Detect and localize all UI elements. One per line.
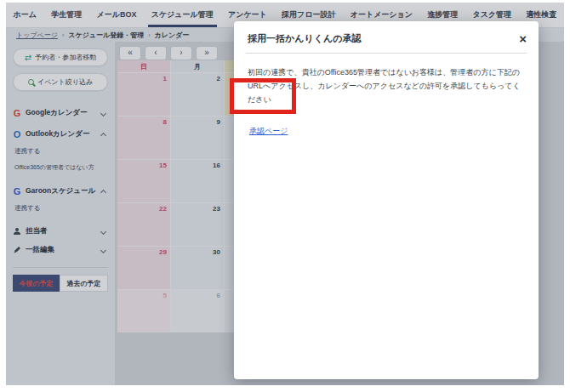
app-window: ホーム 学生管理 メールBOX スケジュール管理 アンケート 採用フロー設計 オ… — [6, 3, 564, 385]
approval-page-link[interactable]: 承認ページ — [249, 126, 288, 137]
close-icon[interactable]: × — [519, 32, 527, 45]
modal-title: 採用一括かんりくんの承認 — [248, 32, 362, 45]
modal-body-text: 初回の連携で、貴社のOffice365管理者ではないお客様は、管理者の方に下記の… — [248, 65, 525, 107]
approval-modal: 採用一括かんりくんの承認 × 初回の連携で、貴社のOffice365管理者ではな… — [234, 21, 539, 379]
